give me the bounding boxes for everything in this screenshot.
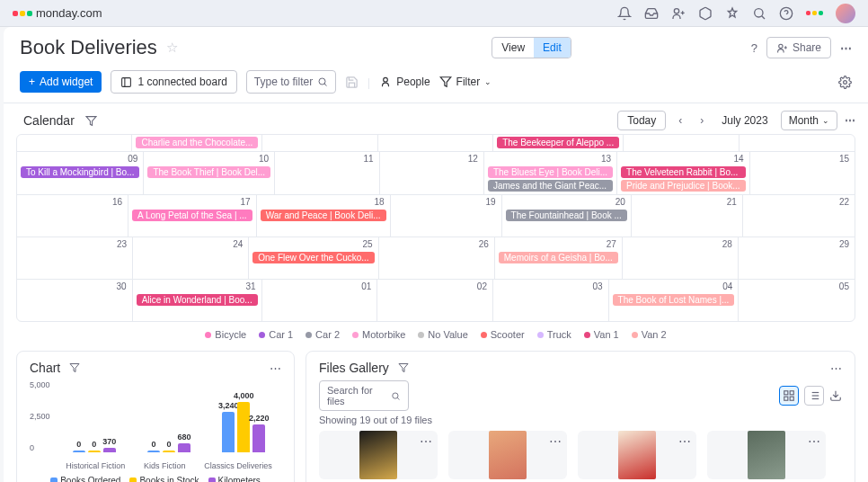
- people-button[interactable]: People: [379, 76, 430, 88]
- calendar-event[interactable]: James and the Giant Peac...: [488, 180, 613, 192]
- calendar-cell[interactable]: 30: [17, 280, 133, 321]
- connected-boards-button[interactable]: 1 connected board: [111, 70, 236, 94]
- more-menu-icon[interactable]: ⋯: [830, 362, 842, 375]
- star-icon[interactable]: ☆: [166, 40, 178, 56]
- more-menu-icon[interactable]: ⋯: [808, 434, 820, 449]
- marketplace-icon[interactable]: [725, 6, 740, 21]
- view-mode-button[interactable]: View: [492, 38, 534, 58]
- calendar-cell[interactable]: 23: [17, 237, 133, 279]
- apps-icon[interactable]: [698, 6, 713, 21]
- calendar-cell[interactable]: 10The Book Thief | Book Del...: [144, 152, 275, 194]
- calendar-cell[interactable]: 16: [17, 195, 128, 237]
- calendar-cell[interactable]: [740, 135, 855, 151]
- calendar-cell[interactable]: 03: [493, 280, 609, 321]
- more-menu-icon[interactable]: ⋯: [270, 362, 281, 375]
- calendar-cell[interactable]: [262, 135, 377, 151]
- calendar-cell[interactable]: 01: [262, 280, 378, 321]
- calendar-cell[interactable]: 05: [739, 280, 855, 321]
- view-range-select[interactable]: Month ⌄: [781, 111, 837, 130]
- calendar-cell[interactable]: 04The Book of Lost Names |...: [609, 280, 740, 321]
- calendar-cell[interactable]: 31Alice in Wonderland | Boo...: [133, 280, 262, 321]
- bar[interactable]: 370: [103, 448, 116, 452]
- calendar-event[interactable]: One Flew Over the Cucko...: [252, 252, 374, 263]
- invite-icon[interactable]: [671, 6, 686, 21]
- calendar-cell[interactable]: The Beekeeper of Aleppo ...: [493, 135, 624, 151]
- calendar-cell[interactable]: [624, 135, 739, 151]
- more-menu-icon[interactable]: ⋯: [678, 434, 691, 449]
- calendar-cell[interactable]: 29: [739, 237, 855, 279]
- bar[interactable]: 0: [163, 451, 175, 452]
- bar[interactable]: 3,240: [222, 412, 235, 452]
- filter-button[interactable]: Filter ⌄: [439, 76, 492, 88]
- filter-icon[interactable]: [398, 362, 409, 373]
- calendar-event[interactable]: The Book of Lost Names |...: [613, 294, 735, 306]
- inbox-icon[interactable]: [644, 6, 659, 21]
- share-button[interactable]: Share: [766, 37, 831, 58]
- filter-icon[interactable]: [85, 115, 97, 127]
- edit-mode-button[interactable]: Edit: [534, 38, 571, 58]
- save-icon[interactable]: [345, 76, 359, 89]
- bar[interactable]: 4,000: [237, 402, 250, 452]
- calendar-event[interactable]: The Velveteen Rabbit | Bo...: [621, 166, 746, 178]
- calendar-event[interactable]: War and Peace | Book Deli...: [261, 210, 386, 221]
- calendar-cell[interactable]: Charlie and the Chocolate...: [132, 135, 262, 151]
- file-card[interactable]: ⋯: [448, 431, 567, 479]
- prev-month-button[interactable]: ‹: [673, 112, 687, 129]
- bar[interactable]: 2,220: [252, 424, 265, 452]
- avatar[interactable]: [836, 4, 855, 23]
- filter-input[interactable]: Type to filter: [246, 70, 336, 94]
- calendar-event[interactable]: Alice in Wonderland | Boo...: [137, 294, 258, 306]
- calendar-cell[interactable]: 02: [377, 280, 493, 321]
- today-button[interactable]: Today: [617, 111, 666, 130]
- calendar-cell[interactable]: [17, 135, 132, 151]
- product-switcher-icon[interactable]: [806, 11, 823, 15]
- bar[interactable]: 0: [88, 451, 101, 452]
- calendar-event[interactable]: The Beekeeper of Aleppo ...: [497, 137, 619, 148]
- calendar-event[interactable]: Charlie and the Chocolate...: [136, 137, 258, 148]
- file-card[interactable]: ⋯: [319, 431, 438, 479]
- calendar-event[interactable]: The Bluest Eye | Book Deli...: [488, 166, 613, 178]
- calendar-event[interactable]: To Kill a Mockingbird | Bo...: [21, 166, 139, 178]
- calendar-cell[interactable]: 11: [275, 152, 379, 194]
- bar[interactable]: 680: [178, 443, 190, 452]
- calendar-cell[interactable]: 26: [379, 237, 495, 279]
- calendar-event[interactable]: Memoirs of a Geisha | Bo...: [499, 252, 618, 263]
- calendar-cell[interactable]: 19: [391, 195, 502, 237]
- calendar-cell[interactable]: 25One Flew Over the Cucko...: [249, 237, 378, 279]
- next-month-button[interactable]: ›: [695, 112, 709, 129]
- calendar-event[interactable]: The Fountainhead | Book ...: [506, 210, 627, 221]
- calendar-cell[interactable]: 15: [750, 152, 855, 194]
- calendar-cell[interactable]: 24: [133, 237, 249, 279]
- calendar-cell[interactable]: 17A Long Petal of the Sea | ...: [128, 195, 257, 237]
- files-search-input[interactable]: Search for files: [319, 380, 409, 411]
- calendar-cell[interactable]: 27Memoirs of a Geisha | Bo...: [495, 237, 623, 279]
- list-view-button[interactable]: [804, 386, 824, 406]
- help-icon[interactable]: [779, 6, 793, 21]
- calendar-cell[interactable]: 21: [632, 195, 743, 237]
- calendar-cell[interactable]: 13The Bluest Eye | Book Deli...James and…: [484, 152, 617, 194]
- calendar-event[interactable]: A Long Petal of the Sea | ...: [132, 210, 252, 221]
- bell-icon[interactable]: [617, 6, 632, 21]
- more-menu-icon[interactable]: ⋯: [420, 434, 432, 449]
- calendar-cell[interactable]: 09To Kill a Mockingbird | Bo...: [17, 152, 144, 194]
- calendar-cell[interactable]: [378, 135, 493, 151]
- add-widget-button[interactable]: + Add widget: [20, 71, 102, 93]
- search-icon[interactable]: [752, 6, 766, 21]
- calendar-cell[interactable]: 20The Fountainhead | Book ...: [502, 195, 632, 237]
- calendar-cell[interactable]: 12: [380, 152, 484, 194]
- calendar-cell[interactable]: 18War and Peace | Book Deli...: [257, 195, 391, 237]
- bar[interactable]: 0: [147, 451, 160, 452]
- calendar-event[interactable]: The Book Thief | Book Del...: [147, 166, 270, 178]
- file-card[interactable]: ⋯: [707, 431, 826, 479]
- download-icon[interactable]: [829, 389, 842, 402]
- grid-view-button[interactable]: [779, 386, 799, 406]
- calendar-cell[interactable]: 14The Velveteen Rabbit | Bo...Pride and …: [617, 152, 750, 194]
- bar[interactable]: 0: [73, 451, 85, 452]
- filter-icon[interactable]: [69, 362, 80, 373]
- calendar-event[interactable]: Pride and Prejudice | Book...: [621, 180, 746, 192]
- file-card[interactable]: ⋯: [578, 431, 696, 479]
- calendar-cell[interactable]: 22: [743, 195, 855, 237]
- more-menu-icon[interactable]: ⋯: [845, 114, 855, 127]
- more-menu-icon[interactable]: ⋯: [549, 434, 562, 449]
- more-menu-icon[interactable]: ⋯: [840, 41, 852, 55]
